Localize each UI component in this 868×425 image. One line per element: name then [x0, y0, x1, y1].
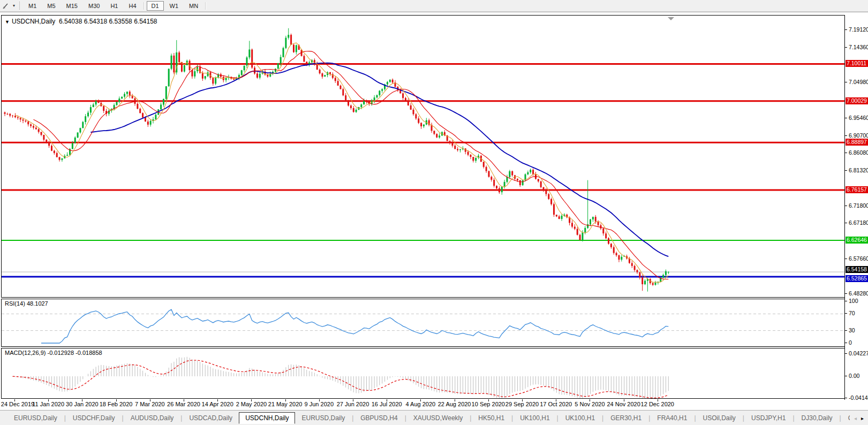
price-tick: 7.14360	[845, 44, 868, 51]
toolbar-grip[interactable]	[19, 2, 20, 10]
price-tick: 70	[845, 310, 855, 317]
macd-signal-value: -0.018858	[76, 350, 102, 356]
price-tick: 6.48280	[845, 290, 868, 297]
time-tick: 2 May 2020	[236, 401, 267, 407]
timeframe-h4-button[interactable]: H4	[124, 1, 141, 11]
tab-china300-h1[interactable]: CHINA300,H1	[842, 412, 850, 424]
time-tick: 5 Nov 2020	[575, 401, 605, 407]
time-tick: 7 Mar 2020	[135, 401, 165, 407]
ohlc-high: 6.54318	[84, 18, 107, 25]
tab-scroll-right-icon[interactable]: ▸	[861, 415, 864, 421]
price-tick: 0	[845, 339, 852, 346]
current-price-label: 6.54158	[846, 266, 868, 273]
timeframe-buttons: M1M5M15M30H1H4D1W1MN	[23, 1, 208, 11]
tab-dj30-daily[interactable]: DJ30,Daily	[795, 412, 839, 424]
price-tick: 0.042275	[845, 350, 868, 357]
price-axis[interactable]: 7.191207.143607.049806.954606.907006.860…	[844, 15, 868, 400]
time-axis[interactable]: 24 Dec 201911 Jan 202030 Jan 202018 Feb …	[0, 399, 844, 410]
price-tick: 7.19120	[845, 26, 868, 33]
price-tick: 6.95460	[845, 115, 868, 122]
hline-price-label: 7.00029	[846, 97, 868, 104]
tab-ger30-h1[interactable]: GER30,H1	[604, 412, 648, 424]
time-tick: 27 Jun 2020	[337, 401, 369, 407]
tab-usdcnh-daily[interactable]: USDCNH,Daily	[239, 412, 295, 424]
ohlc-open: 6.54038	[59, 18, 82, 25]
tab-uk100-h1[interactable]: UK100,H1	[514, 412, 556, 424]
timeframe-m15-button[interactable]: M15	[62, 1, 82, 11]
tab-usdcad-daily[interactable]: USDCAD,Daily	[183, 412, 239, 424]
tab-usdchf-daily[interactable]: USDCHF,Daily	[66, 412, 122, 424]
time-tick: 9 Jun 2020	[305, 401, 334, 407]
time-tick: 4 Aug 2020	[406, 401, 436, 407]
price-tick: 6.67180	[845, 219, 868, 226]
macd-label: MACD(12,26,9) -0.012928 -0.018858	[5, 350, 102, 356]
candlestick-chart	[2, 16, 844, 297]
tab-scroll-arrows: ◂ ▸	[850, 415, 868, 421]
hline-price-label: 7.10011	[846, 60, 868, 67]
time-tick: 16 Jul 2020	[372, 401, 402, 407]
price-tick: 30	[845, 327, 855, 334]
chart-tabs-bar: EURUSD,Daily|USDCHF,Daily|AUDUSD,Daily|U…	[0, 410, 868, 425]
price-tick: 6.57660	[845, 255, 868, 262]
time-tick: 18 Feb 2020	[100, 401, 133, 407]
macd-name: MACD(12,26,9)	[5, 350, 46, 356]
rsi-value: 48.1027	[27, 300, 48, 307]
tab-fra40-h1[interactable]: FRA40,H1	[651, 412, 693, 424]
hline-price-label: 6.88897	[846, 139, 868, 146]
timeframe-d1-button[interactable]: D1	[147, 1, 164, 11]
tab-hk50-h1[interactable]: HK50,H1	[472, 412, 511, 424]
timeframe-m5-button[interactable]: M5	[42, 1, 60, 11]
price-tick: 6.86080	[845, 149, 868, 156]
hline-price-label: 6.62646	[846, 237, 868, 244]
time-tick: 14 Apr 2020	[202, 401, 233, 407]
price-chart-panel[interactable]: ▼USDCNH,Daily 6.54038 6.54318 6.53558 6.…	[1, 15, 845, 298]
macd-main-value: -0.012928	[47, 350, 74, 356]
time-tick: 21 May 2020	[268, 401, 303, 407]
time-tick: 12 Dec 2020	[641, 401, 674, 407]
time-tick: 26 Mar 2020	[167, 401, 200, 407]
timeframe-mn-button[interactable]: MN	[184, 1, 203, 11]
timeframe-w1-button[interactable]: W1	[165, 1, 184, 11]
tab-eurusd-daily[interactable]: EURUSD,Daily	[295, 412, 351, 424]
tab-scroll-left-icon[interactable]: ◂	[854, 415, 857, 421]
timeframe-h1-button[interactable]: H1	[105, 1, 123, 11]
drawing-tool-icon[interactable]	[1, 2, 11, 10]
price-tick: 7.04980	[845, 79, 868, 86]
time-tick: 24 Nov 2020	[607, 401, 640, 407]
tab-xauusd-weekly[interactable]: XAUUSD,Weekly	[407, 412, 469, 424]
macd-plot	[2, 348, 844, 398]
tab-usoil-daily[interactable]: USOil,Daily	[697, 412, 742, 424]
rsi-plot	[2, 299, 844, 346]
ohlc-low: 6.53558	[109, 18, 132, 25]
toolbar-separator	[144, 2, 145, 10]
toolbar-separator	[205, 2, 206, 10]
rsi-panel[interactable]: RSI(14) 48.1027	[1, 299, 845, 347]
time-tick: 11 Jan 2020	[32, 401, 64, 407]
tab-gbpusd-h4[interactable]: GBPUSD,H4	[354, 412, 404, 424]
time-tick: 24 Dec 2019	[1, 401, 34, 407]
price-tick: 100	[845, 298, 858, 305]
tab-uk100-h1[interactable]: UK100,H1	[559, 412, 601, 424]
ohlc-close: 6.54158	[134, 18, 157, 25]
rsi-name: RSI(14)	[5, 300, 25, 307]
time-tick: 17 Oct 2020	[540, 401, 572, 407]
candles	[4, 28, 669, 292]
timeframe-m30-button[interactable]: M30	[84, 1, 104, 11]
hline-price-label: 6.52865	[846, 275, 868, 282]
price-tick: -0.04148	[845, 394, 868, 401]
tab-eurusd-daily[interactable]: EURUSD,Daily	[7, 412, 64, 424]
time-tick: 22 Aug 2020	[438, 401, 471, 407]
timeframe-m1-button[interactable]: M1	[24, 1, 41, 11]
price-tick: 6.90700	[845, 132, 868, 139]
time-tick: 30 Jan 2020	[66, 401, 99, 407]
tool-dropdown-caret-icon[interactable]: ▾	[11, 3, 17, 8]
macd-panel[interactable]: MACD(12,26,9) -0.012928 -0.018858	[1, 348, 845, 399]
chart-tabs: EURUSD,Daily|USDCHF,Daily|AUDUSD,Daily|U…	[0, 411, 850, 425]
collapse-triangle-icon[interactable]: ▼	[5, 19, 10, 25]
time-tick: 10 Sep 2020	[472, 401, 505, 407]
tab-usdjpy-h1[interactable]: USDJPY,H1	[745, 412, 792, 424]
chart-shift-marker	[668, 17, 674, 20]
chart-symbol: USDCNH,Daily	[12, 18, 55, 25]
tab-audusd-daily[interactable]: AUDUSD,Daily	[124, 412, 180, 424]
price-tick: 6.71800	[845, 202, 868, 209]
